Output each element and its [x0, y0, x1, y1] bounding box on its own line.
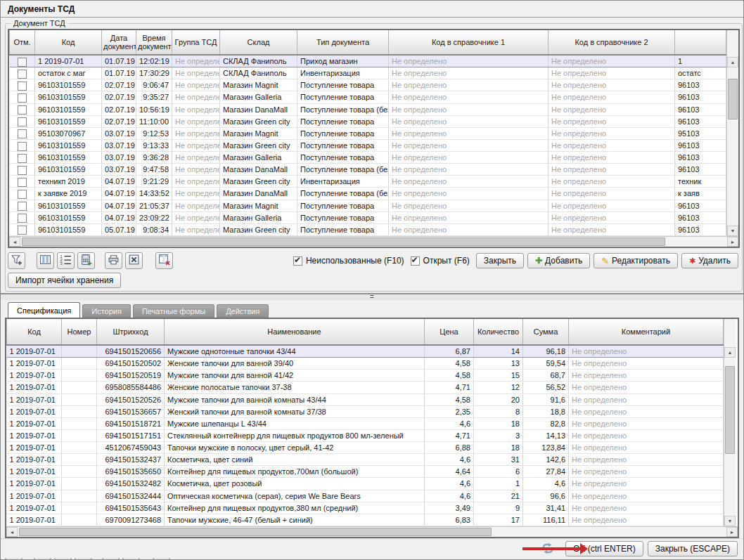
doc-table-row[interactable]: 9610310155903.07.199:13:33Не определеноМ… [10, 139, 726, 151]
scroll-track[interactable] [18, 527, 726, 537]
unused-checkbox-label[interactable]: Неиспользованные (F10) [306, 256, 404, 266]
spec-table-row[interactable]: 1 2019-07-016958085584486Женские полосат… [7, 382, 724, 393]
tab-actions[interactable]: Действия [217, 304, 269, 318]
row-numbers-button[interactable]: 123 [57, 252, 75, 269]
doc-table-row[interactable]: 9610310155902.07.1911:10:00Не определено… [10, 115, 726, 127]
spec-table-row[interactable]: 1 2019-07-016941501520526Мужские тапочки… [7, 393, 724, 405]
scroll-thumb[interactable] [728, 79, 738, 119]
row-checkbox[interactable] [18, 70, 27, 79]
scroll-thumb[interactable] [22, 237, 665, 246]
scroll-track[interactable] [727, 67, 738, 226]
scroll-down-arrow-icon[interactable]: ▼ [724, 516, 736, 526]
doc-col-code[interactable]: Код [35, 30, 102, 55]
spec-table-row[interactable]: 1 2019-07-016941501520519Мужские тапочки… [7, 370, 724, 382]
spec-table-row[interactable]: 1 2019-07-016941501520656Мужские однотон… [7, 345, 724, 358]
row-checkbox[interactable] [18, 178, 27, 187]
doc-horizontal-scrollbar[interactable]: ◄ ► [9, 236, 738, 247]
add-button[interactable]: ✚Добавить [527, 253, 590, 268]
spec-horizontal-scrollbar[interactable]: ◄ ► [6, 526, 738, 537]
scroll-right-arrow-icon[interactable]: ► [727, 237, 738, 247]
column-settings-button[interactable] [37, 252, 54, 269]
spec-vertical-scrollbar[interactable]: ▲ ▼ [724, 319, 736, 526]
print-button[interactable] [105, 252, 122, 269]
scroll-thumb[interactable] [725, 366, 735, 454]
spec-table-row[interactable]: 1 2019-07-016941501517151Стеклянный конт… [7, 429, 724, 441]
doc-table-row[interactable]: 9610310155902.07.199:06:47Не определеноМ… [10, 79, 726, 91]
spec-table-row[interactable]: 1 2019-07-014512067459043Тапочки мужские… [7, 442, 724, 454]
doc-col-type[interactable]: Тип документа [297, 30, 389, 55]
row-checkbox[interactable] [18, 214, 27, 223]
doc-table-row[interactable]: к заявке 201904.07.1914:33:52Не определе… [10, 188, 726, 200]
doc-table-row[interactable]: 9610310155903.07.199:47:58Не определеноМ… [10, 164, 726, 176]
spec-table-row[interactable]: 1 2019-07-016941501532482Косметичка, цве… [7, 478, 724, 490]
spec-table-row[interactable]: 1 2019-07-016941501518721Мужские шлепанц… [7, 417, 724, 429]
doc-col-group[interactable]: Группа ТСД [172, 30, 220, 55]
spec-col-number[interactable]: Номер [62, 319, 97, 345]
spec-col-sum[interactable]: Сумма [523, 319, 569, 345]
scroll-right-arrow-icon[interactable]: ► [726, 527, 738, 537]
open-checkbox-label[interactable]: Открыт (F6) [423, 256, 470, 266]
delete-button[interactable]: ✱Удалить [681, 253, 738, 268]
close-button[interactable]: Закрыть [476, 253, 524, 268]
row-checkbox[interactable] [18, 117, 27, 126]
doc-table-row[interactable]: остаток с маг01.07.1917:30:29Не определе… [10, 67, 726, 79]
doc-table-row[interactable]: 9610310155905.07.199:08:34Не определеноМ… [10, 223, 726, 235]
unused-checkbox[interactable] [293, 256, 302, 266]
edit-button[interactable]: ✎Редактировать [594, 253, 678, 268]
spec-table-row[interactable]: 1 2019-07-016941501520502Женские тапочки… [7, 358, 724, 370]
row-checkbox[interactable] [18, 129, 27, 138]
doc-col-ref1[interactable]: Код в справочнике 1 [389, 30, 549, 55]
row-checkbox[interactable] [18, 58, 27, 67]
scroll-track[interactable] [20, 237, 727, 247]
spec-col-price[interactable]: Цена [425, 319, 474, 345]
spec-table-row[interactable]: 1 2019-07-016941501535650Контейнер для п… [7, 466, 724, 478]
doc-vertical-scrollbar[interactable]: ▲ ▼ [726, 30, 738, 236]
spec-col-comment[interactable]: Комментарий [569, 319, 724, 345]
spec-table-row[interactable]: 1 2019-07-016941501532437Косметичка, цве… [7, 454, 724, 466]
horizontal-splitter[interactable]: = [1, 293, 743, 300]
row-checkbox[interactable] [18, 154, 27, 163]
doc-col-time[interactable]: Время документа [136, 30, 172, 55]
doc-col-extra[interactable] [675, 30, 726, 55]
doc-col-ref2[interactable]: Код в справочнике 2 [549, 30, 675, 55]
tab-specification[interactable]: Спецификация [8, 302, 80, 318]
scroll-left-arrow-icon[interactable]: ◄ [6, 527, 18, 537]
scroll-up-arrow-icon[interactable]: ▲ [724, 347, 736, 358]
tab-print-forms[interactable]: Печатные формы [133, 304, 214, 318]
open-checkbox[interactable] [411, 256, 420, 266]
spec-col-code[interactable]: Код [7, 319, 62, 345]
spec-col-name[interactable]: Наименование [165, 319, 425, 345]
doc-table-row[interactable]: 9610310155904.07.1921:05:37Не определено… [10, 200, 726, 211]
row-checkbox[interactable] [18, 105, 27, 115]
close-escape-button[interactable]: Закрыть (ESCAPE) [648, 541, 738, 556]
scroll-up-arrow-icon[interactable]: ▲ [727, 57, 738, 67]
doc-table-row[interactable]: 9610310155902.07.1910:56:19Не определено… [10, 103, 726, 115]
doc-table-row[interactable]: 9510307096703.07.199:12:53Не определеноМ… [10, 127, 726, 139]
remove-column-button[interactable] [155, 252, 173, 269]
row-checkbox[interactable] [18, 142, 27, 151]
scroll-thumb[interactable] [19, 528, 492, 536]
scroll-left-arrow-icon[interactable]: ◄ [9, 237, 20, 247]
row-checkbox[interactable] [18, 166, 27, 175]
spec-table-row[interactable]: 1 2019-07-016941501535643Контейнер для п… [7, 502, 724, 514]
doc-table-row[interactable]: техникп 201904.07.199:21:29Не определено… [10, 176, 726, 188]
doc-table-row[interactable]: 9610310155904.07.1923:09:22Не определено… [10, 211, 726, 223]
spec-col-qty[interactable]: Количество [474, 319, 523, 345]
calculator-add-button[interactable] [77, 252, 95, 269]
import-storage-cell-button[interactable]: Импорт ячейки хранения [8, 273, 121, 288]
row-checkbox[interactable] [18, 93, 27, 103]
spec-table-row[interactable]: 1 2019-07-016941501532444Оптическая косм… [7, 490, 724, 502]
doc-col-date[interactable]: Дата документа [102, 30, 136, 55]
row-checkbox[interactable] [18, 226, 27, 235]
row-checkbox[interactable] [18, 190, 27, 199]
spec-col-barcode[interactable]: Штрихкод [97, 319, 165, 345]
doc-table-row[interactable]: 9610310155903.07.199:36:28Не определеноМ… [10, 152, 726, 164]
tab-history[interactable]: История [82, 304, 131, 318]
row-checkbox[interactable] [18, 202, 27, 211]
export-excel-button[interactable] [125, 252, 143, 269]
scroll-down-arrow-icon[interactable]: ▼ [727, 226, 738, 236]
doc-table-row[interactable]: 1 2019-07-0101.07.1912:02:19Не определен… [10, 55, 726, 67]
doc-col-warehouse[interactable]: Склад [220, 30, 297, 55]
filter-add-button[interactable] [8, 252, 25, 269]
scroll-track[interactable] [724, 358, 736, 516]
